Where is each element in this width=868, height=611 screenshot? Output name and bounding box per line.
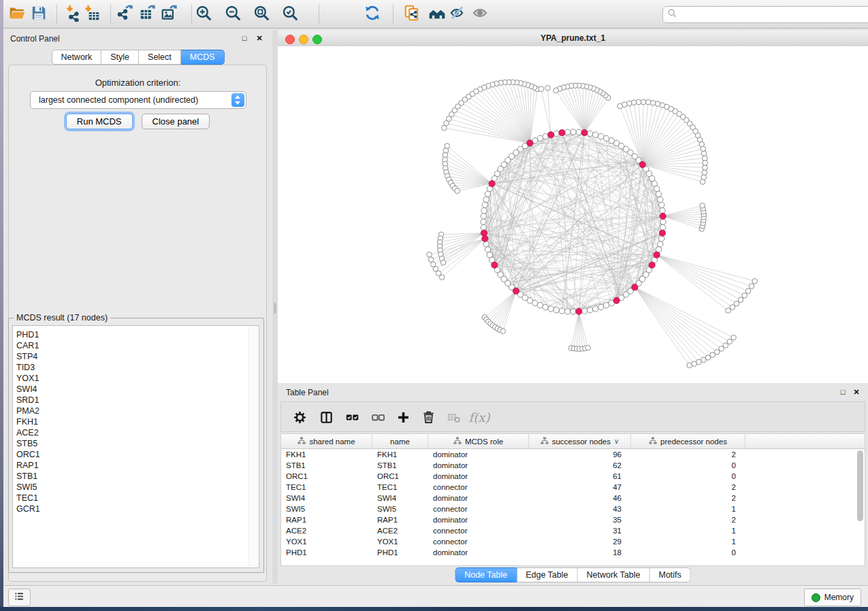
mcds-result-item[interactable]: STB5 bbox=[13, 438, 259, 449]
cell[interactable]: STB1 bbox=[281, 461, 372, 469]
mcds-result-item[interactable]: GCR1 bbox=[13, 503, 259, 514]
table-row[interactable]: STB1STB1dominator620 bbox=[281, 460, 865, 471]
mcds-result-item[interactable]: ORC1 bbox=[13, 449, 259, 460]
cell[interactable]: TEC1 bbox=[281, 483, 372, 491]
cell[interactable]: FKH1 bbox=[281, 450, 372, 459]
cell[interactable]: 2 bbox=[631, 450, 745, 459]
table-row[interactable]: YOX1YOX1connector291 bbox=[281, 536, 865, 547]
network-canvas[interactable] bbox=[278, 46, 868, 383]
cell[interactable]: 1 bbox=[631, 505, 745, 513]
cell[interactable]: connector bbox=[428, 527, 529, 535]
first-neighbors-button[interactable] bbox=[427, 4, 447, 24]
toolbar-search[interactable] bbox=[662, 6, 868, 23]
mcds-result-list[interactable]: PHD1CAR1STP4TID3YOX1SWI4SRD1PMA2FKH1ACE2… bbox=[12, 325, 259, 568]
cell[interactable]: connector bbox=[428, 505, 529, 513]
table-row[interactable]: PHD1PHD1dominator180 bbox=[281, 547, 865, 558]
table-row[interactable]: SWI5SWI5connector431 bbox=[281, 503, 865, 514]
cell[interactable]: 43 bbox=[529, 505, 631, 513]
search-input[interactable] bbox=[680, 10, 868, 20]
save-session-button[interactable] bbox=[29, 4, 49, 24]
cell[interactable]: 2 bbox=[631, 483, 745, 491]
import-table-from-file-button[interactable] bbox=[82, 4, 102, 24]
mcds-result-item[interactable]: CAR1 bbox=[13, 340, 259, 351]
cell[interactable]: ACE2 bbox=[372, 527, 428, 535]
cell[interactable]: 31 bbox=[529, 527, 631, 535]
cell[interactable]: 29 bbox=[529, 538, 631, 546]
cell[interactable]: TEC1 bbox=[372, 483, 428, 491]
cell[interactable]: 61 bbox=[529, 472, 631, 480]
mcds-result-item[interactable]: YOX1 bbox=[13, 373, 259, 384]
tab-style[interactable]: Style bbox=[101, 50, 139, 65]
fit-content-button[interactable] bbox=[251, 4, 272, 24]
deselect-all-icon[interactable] bbox=[369, 408, 387, 426]
float-panel-icon[interactable]: □ bbox=[240, 33, 249, 43]
mcds-result-item[interactable]: STP4 bbox=[13, 351, 259, 362]
cell[interactable]: 62 bbox=[529, 461, 631, 469]
mcds-result-item[interactable]: TEC1 bbox=[13, 493, 259, 503]
mcds-result-item[interactable]: ACE2 bbox=[13, 427, 259, 438]
cell[interactable]: PHD1 bbox=[372, 548, 428, 557]
mcds-result-item[interactable]: FKH1 bbox=[13, 416, 259, 427]
table-row[interactable]: SWI4SWI4dominator462 bbox=[281, 493, 865, 503]
cell[interactable]: YOX1 bbox=[372, 538, 428, 546]
cell[interactable]: dominator bbox=[428, 516, 529, 524]
cell[interactable]: 0 bbox=[631, 461, 745, 469]
column-header-predecessor-nodes[interactable]: predecessor nodes bbox=[631, 434, 745, 448]
tab-network-table[interactable]: Network Table bbox=[578, 567, 650, 582]
mcds-result-item[interactable]: SWI5 bbox=[13, 482, 259, 493]
fit-selected-button[interactable] bbox=[280, 4, 300, 24]
cell[interactable]: 2 bbox=[631, 516, 745, 524]
tab-network[interactable]: Network bbox=[51, 50, 101, 65]
table-row[interactable]: TEC1TEC1connector472 bbox=[281, 482, 865, 493]
cell[interactable]: 1 bbox=[631, 538, 745, 546]
mcds-result-item[interactable]: SWI4 bbox=[13, 384, 259, 395]
import-network-from-file-button[interactable] bbox=[63, 4, 84, 24]
mcds-result-item[interactable]: TID3 bbox=[13, 362, 259, 373]
close-panel-icon[interactable]: ✕ bbox=[255, 33, 264, 43]
table-row[interactable]: ORC1ORC1dominator610 bbox=[281, 471, 865, 482]
tab-edge-table[interactable]: Edge Table bbox=[517, 567, 577, 582]
tab-motifs[interactable]: Motifs bbox=[649, 567, 690, 582]
cell[interactable]: ACE2 bbox=[281, 527, 372, 535]
column-header-shared-name[interactable]: shared name bbox=[281, 434, 372, 448]
cell[interactable]: STB1 bbox=[372, 461, 428, 469]
column-header-MCDS-role[interactable]: MCDS role bbox=[428, 434, 529, 448]
table-row[interactable]: ACE2ACE2connector311 bbox=[281, 525, 865, 536]
show-graphics-details-button[interactable] bbox=[447, 4, 467, 24]
cell[interactable]: 35 bbox=[529, 516, 631, 524]
mcds-result-item[interactable]: STB1 bbox=[13, 471, 259, 482]
cell[interactable]: dominator bbox=[428, 472, 529, 480]
mcds-result-item[interactable]: PMA2 bbox=[13, 406, 259, 416]
table-row[interactable]: FKH1FKH1dominator962 bbox=[281, 449, 865, 460]
tab-select[interactable]: Select bbox=[139, 50, 181, 65]
cell[interactable]: connector bbox=[428, 483, 529, 491]
cell[interactable]: dominator bbox=[428, 548, 529, 557]
tab-node-table[interactable]: Node Table bbox=[455, 567, 517, 582]
cell[interactable]: SWI4 bbox=[281, 494, 372, 502]
cell[interactable]: PHD1 bbox=[281, 548, 372, 557]
mcds-result-item[interactable]: SRD1 bbox=[13, 395, 259, 406]
show-hide-items-button[interactable] bbox=[470, 4, 490, 24]
optimization-criterion-dropdown[interactable]: largest connected component (undirected) bbox=[30, 91, 246, 109]
cell[interactable]: 47 bbox=[529, 483, 631, 491]
table-row[interactable]: RAP1RAP1dominator352 bbox=[281, 514, 865, 525]
export-network-button[interactable] bbox=[115, 4, 135, 24]
column-header-successor-nodes[interactable]: successor nodes∨ bbox=[529, 434, 631, 448]
new-network-from-selection-button[interactable] bbox=[402, 4, 422, 24]
zoom-out-button[interactable] bbox=[223, 4, 243, 24]
cell[interactable]: RAP1 bbox=[281, 516, 372, 524]
cell[interactable]: dominator bbox=[428, 461, 529, 469]
cell[interactable]: ORC1 bbox=[281, 472, 372, 480]
tab-mcds[interactable]: MCDS bbox=[181, 50, 225, 65]
cell[interactable]: 2 bbox=[631, 494, 745, 502]
cell[interactable]: SWI4 bbox=[372, 494, 428, 502]
cell[interactable]: RAP1 bbox=[372, 516, 428, 524]
cell[interactable]: 0 bbox=[631, 472, 745, 480]
cell[interactable]: 46 bbox=[529, 494, 631, 502]
cell[interactable]: SWI5 bbox=[281, 505, 372, 513]
cell[interactable]: 1 bbox=[631, 527, 745, 535]
close-panel-icon[interactable]: ✕ bbox=[852, 387, 861, 397]
cell[interactable]: 96 bbox=[529, 450, 631, 459]
cell[interactable]: connector bbox=[428, 538, 529, 546]
show-columns-icon[interactable] bbox=[317, 408, 335, 426]
